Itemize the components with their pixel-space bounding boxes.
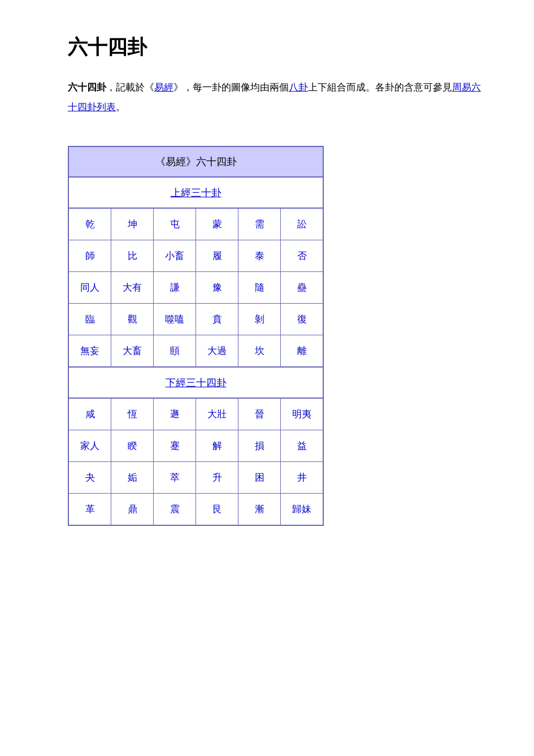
gua-link[interactable]: 小畜: [165, 250, 184, 261]
gua-link[interactable]: 謙: [170, 282, 180, 293]
gua-link[interactable]: 大過: [207, 345, 227, 356]
gua-cell: 豫: [196, 271, 238, 303]
gua-link[interactable]: 剝: [255, 314, 264, 325]
gua-cell: 否: [281, 240, 324, 271]
gua-link[interactable]: 比: [128, 250, 137, 261]
gua-link[interactable]: 無妄: [80, 345, 99, 356]
yijing-link[interactable]: 易經: [154, 82, 173, 93]
upper-gua-row: 無妄大畜頤大過坎離: [68, 335, 323, 367]
gua-link[interactable]: 頤: [170, 345, 180, 356]
gua-cell: 隨: [238, 271, 281, 303]
gua-cell: 同人: [68, 271, 111, 303]
gua-link[interactable]: 臨: [85, 314, 95, 325]
gua-cell: 復: [281, 303, 324, 335]
gua-cell: 師: [68, 240, 111, 271]
gua-link[interactable]: 需: [255, 219, 264, 230]
lower-gua-row: 家人睽蹇解損益: [68, 430, 323, 461]
gua-cell: 無妄: [68, 335, 111, 367]
gua-link[interactable]: 蠱: [297, 282, 307, 293]
gua-cell: 訟: [281, 208, 324, 240]
upper-section-link[interactable]: 上經三十卦: [171, 187, 222, 198]
gua-link[interactable]: 家人: [80, 440, 99, 451]
gua-cell: 履: [196, 240, 238, 271]
gua-cell: 蹇: [154, 430, 196, 461]
gua-cell: 屯: [154, 208, 196, 240]
upper-rows-body: 乾坤屯蒙需訟師比小畜履泰否同人大有謙豫隨蠱臨觀噬嗑賁剝復無妄大畜頤大過坎離: [68, 208, 323, 367]
gua-link[interactable]: 姤: [128, 472, 137, 483]
gua-link[interactable]: 艮: [212, 504, 222, 515]
gua-cell: 坎: [238, 335, 281, 367]
gua-link[interactable]: 咸: [85, 409, 95, 420]
main-table: 《易經》六十四卦 上經三十卦 乾坤屯蒙需訟師比小畜履泰否同人大有謙豫隨蠱臨觀噬嗑…: [68, 146, 324, 526]
gua-link[interactable]: 噬嗑: [165, 314, 184, 325]
gua-link[interactable]: 坤: [128, 219, 137, 230]
gua-cell: 遯: [154, 398, 196, 430]
gua-link[interactable]: 訟: [297, 219, 307, 230]
gua-link[interactable]: 震: [170, 504, 180, 515]
lower-rows-body: 咸恆遯大壯晉明夷家人睽蹇解損益夬姤萃升困井革鼎震艮漸歸妹: [68, 398, 323, 525]
gua-link[interactable]: 漸: [255, 504, 264, 515]
gua-link[interactable]: 恆: [128, 409, 137, 420]
gua-link[interactable]: 睽: [128, 440, 137, 451]
gua-cell: 小畜: [154, 240, 196, 271]
table-header-row: 《易經》六十四卦: [68, 146, 323, 177]
gua-link[interactable]: 益: [297, 440, 307, 451]
gua-cell: 解: [196, 430, 238, 461]
gua-cell: 鼎: [111, 493, 154, 525]
gua-cell: 頤: [154, 335, 196, 367]
gua-link[interactable]: 否: [297, 250, 307, 261]
gua-cell: 漸: [238, 493, 281, 525]
gua-link[interactable]: 解: [212, 440, 222, 451]
gua-cell: 益: [281, 430, 324, 461]
gua-link[interactable]: 遯: [170, 409, 180, 420]
gua-link[interactable]: 屯: [170, 219, 180, 230]
gua-cell: 比: [111, 240, 154, 271]
upper-gua-row: 師比小畜履泰否: [68, 240, 323, 271]
gua-link[interactable]: 豫: [212, 282, 222, 293]
gua-link[interactable]: 乾: [85, 219, 95, 230]
gua-cell: 升: [196, 461, 238, 493]
gua-link[interactable]: 革: [85, 504, 95, 515]
gua-link[interactable]: 晉: [255, 409, 264, 420]
gua-link[interactable]: 歸妹: [292, 504, 311, 515]
gua-link[interactable]: 隨: [255, 282, 264, 293]
lower-section-cell: 下經三十四卦: [68, 367, 323, 398]
gua-link[interactable]: 大壯: [207, 409, 227, 420]
gua-link[interactable]: 大有: [123, 282, 142, 293]
gua-link[interactable]: 賁: [212, 314, 222, 325]
gua-link[interactable]: 困: [255, 472, 264, 483]
gua-cell: 離: [281, 335, 324, 367]
gua-link[interactable]: 同人: [80, 282, 99, 293]
page-title: 六十四卦: [68, 34, 489, 61]
gua-cell: 大有: [111, 271, 154, 303]
gua-link[interactable]: 大畜: [123, 345, 142, 356]
gua-cell: 泰: [238, 240, 281, 271]
intro-bold: 六十四卦: [68, 82, 106, 93]
lower-section-link[interactable]: 下經三十四卦: [166, 377, 227, 388]
gua-link[interactable]: 井: [297, 472, 307, 483]
gua-cell: 恆: [111, 398, 154, 430]
gua-link[interactable]: 復: [297, 314, 307, 325]
gua-link[interactable]: 蹇: [170, 440, 180, 451]
gua-link[interactable]: 履: [212, 250, 222, 261]
lower-section-header-body: 下經三十四卦: [68, 367, 323, 398]
gua-link[interactable]: 升: [212, 472, 222, 483]
lower-section-row: 下經三十四卦: [68, 367, 323, 398]
gua-link[interactable]: 萃: [170, 472, 180, 483]
gua-link[interactable]: 師: [85, 250, 95, 261]
gua-link[interactable]: 泰: [255, 250, 264, 261]
gua-link[interactable]: 坎: [255, 345, 264, 356]
gua-cell: 剝: [238, 303, 281, 335]
gua-link[interactable]: 鼎: [128, 504, 137, 515]
gua-link[interactable]: 觀: [128, 314, 137, 325]
bagua-link[interactable]: 八卦: [289, 82, 308, 93]
gua-link[interactable]: 離: [297, 345, 307, 356]
intro-paragraph: 六十四卦，記載於《易經》，每一卦的圖像均由兩個八卦上下組合而成。各卦的含意可參見…: [68, 77, 489, 118]
upper-section-cell: 上經三十卦: [68, 177, 323, 208]
gua-link[interactable]: 損: [255, 440, 264, 451]
gua-link[interactable]: 蒙: [212, 219, 222, 230]
gua-cell: 晉: [238, 398, 281, 430]
gua-link[interactable]: 明夷: [292, 409, 311, 420]
gua-link[interactable]: 夬: [85, 472, 95, 483]
gua-cell: 坤: [111, 208, 154, 240]
